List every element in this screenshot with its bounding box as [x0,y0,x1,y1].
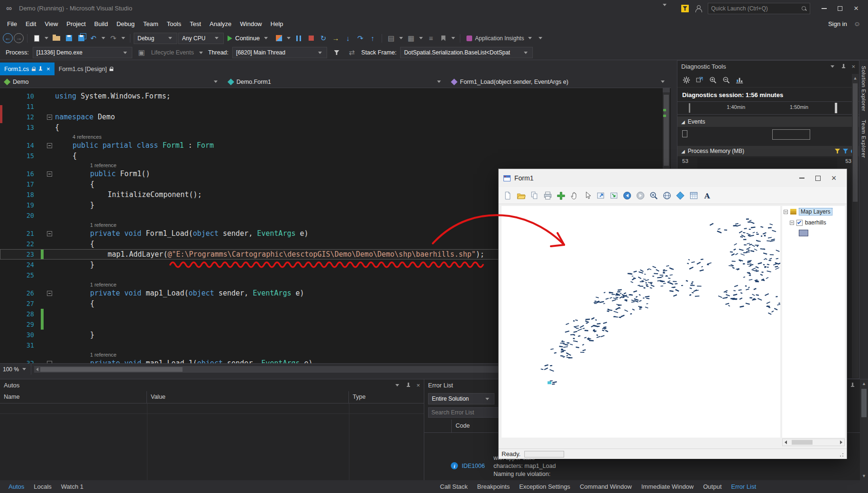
menu-view[interactable]: View [40,18,62,29]
sidebar-tab-team-explorer[interactable]: Team Explorer [861,120,867,158]
navigate-back-icon[interactable]: ← [3,33,13,43]
fold-toggle-icon[interactable] [47,171,52,177]
watch-row[interactable] [0,403,424,414]
menu-edit[interactable]: Edit [21,18,40,29]
thread-combo[interactable]: [6820] Main Thread [232,47,327,58]
save-icon[interactable] [63,33,74,44]
label-button[interactable]: A [700,189,713,202]
step-out-icon[interactable]: ↑ [367,33,378,44]
menu-debug[interactable]: Debug [112,18,139,29]
code-line[interactable]: 11 [0,101,671,112]
scroll-up-icon[interactable]: ▲ [852,74,859,82]
breadcrumb-class[interactable]: Demo.Form1 [224,76,448,88]
error-list-scrollbar[interactable]: ▲ ▼ [860,379,868,480]
notifications-flag-icon[interactable] [681,5,689,12]
feedback-person-icon[interactable] [694,5,702,12]
form-title-bar[interactable]: Form1 × [499,169,847,187]
show-next-statement-icon[interactable]: → [330,33,341,44]
column-header-value[interactable]: Value [147,391,349,403]
print-button[interactable] [541,189,554,202]
column-header-name[interactable]: Name [0,391,147,403]
solution-configuration-combo[interactable]: Debug [134,33,177,44]
menu-window[interactable]: Window [236,18,266,29]
window-layout-icon[interactable]: ▦ [405,33,417,44]
new-file-button[interactable] [501,189,514,202]
solution-platform-combo[interactable]: Any CPU [178,33,224,44]
filter-funnel-icon[interactable] [331,47,342,58]
pan-button[interactable] [567,189,580,202]
code-line[interactable]: 12namespace Demo [0,112,671,122]
tab-form1-cs[interactable]: Form1.cs× [0,63,55,75]
tool-tab-command-window[interactable]: Command Window [575,481,637,492]
feedback-smiley-icon[interactable]: ☺ [854,20,860,27]
resize-grip-icon[interactable] [838,451,844,457]
code-line[interactable]: 15{ [0,151,671,161]
next-extent-button[interactable] [634,189,647,202]
legend-horizontal-scrollbar[interactable] [782,439,845,446]
scroll-left-icon[interactable] [785,440,787,444]
layer-checkbox[interactable] [796,220,803,226]
pin-icon[interactable] [841,64,846,69]
settings-gear-icon[interactable] [682,76,691,84]
zoom-in-button[interactable] [647,189,660,202]
layer-symbol-swatch[interactable] [799,230,808,236]
events-section-header[interactable]: ◢ Events [677,117,859,127]
pin-icon[interactable] [406,383,411,388]
map-canvas[interactable] [502,206,780,438]
stack-frame-combo[interactable]: DotSpatial.Serialization.BaseList<DotSpa… [400,47,533,58]
add-layer-button[interactable] [554,189,567,202]
menu-analyze[interactable]: Analyze [205,18,236,29]
blue-filter-icon[interactable] [843,149,848,153]
new-file-icon[interactable] [31,33,42,44]
tool-tab-locals[interactable]: Locals [29,481,56,492]
reset-view-icon[interactable] [735,76,744,84]
breadcrumb-method[interactable]: Form1_Load(object sender, EventArgs e) [447,76,671,88]
menu-file[interactable]: File [3,18,21,29]
stop-debugging-icon[interactable] [305,33,317,44]
swap-threads-icon[interactable]: ⇄ [346,47,357,58]
error-entry-row[interactable]: i IDE1006 [424,462,485,469]
tool-tab-breakpoints[interactable]: Breakpoints [473,481,515,492]
severity-column-header[interactable] [424,420,452,432]
error-scope-filter-combo[interactable]: Entire Solution [428,393,494,404]
navigate-forward-icon[interactable]: → [14,33,24,43]
legend-layer-item[interactable]: baerhills [805,219,826,226]
tab-form1-cs-design-[interactable]: Form1.cs [Design] [55,63,118,75]
fold-toggle-icon[interactable] [47,231,52,236]
codelens-references[interactable]: 1 reference [90,352,117,358]
tool-tab-exception-settings[interactable]: Exception Settings [514,481,575,492]
lifecycle-events-label[interactable]: Lifecycle Events [151,49,194,56]
breadcrumb-project[interactable]: Demo [0,76,224,88]
process-memory-section-header[interactable]: ◢ Process Memory (MB) [677,146,859,156]
open-file-icon[interactable] [51,33,62,44]
global-extent-button[interactable] [660,189,673,202]
continue-button[interactable]: Continue [225,33,272,44]
form-close-button[interactable]: × [826,171,842,185]
tree-collapse-icon[interactable] [790,221,794,225]
tab-close-icon[interactable]: × [46,65,50,72]
pin-icon[interactable] [850,383,855,388]
tab-overflow-icon[interactable] [663,4,667,6]
tool-tab-output[interactable]: Output [698,481,726,492]
scroll-right-icon[interactable] [840,440,842,444]
form-minimize-button[interactable] [794,171,810,185]
scroll-up-icon[interactable]: ▲ [862,379,866,388]
sign-in-button[interactable]: Sign in [828,20,847,27]
pin-icon[interactable] [38,66,43,72]
identify-button[interactable] [674,189,686,202]
undo-icon[interactable]: ↶ [88,33,99,44]
tool-tab-autos[interactable]: Autos [4,481,29,492]
zoom-out-box-button[interactable] [607,189,620,202]
create-detailed-report-icon[interactable] [695,76,704,84]
tree-collapse-icon[interactable] [784,210,788,214]
window-position-icon[interactable] [395,384,399,386]
error-code-link[interactable]: IDE1006 [462,463,485,469]
codelens-references[interactable]: 4 references [73,134,101,140]
hot-reload-icon[interactable] [273,33,284,44]
step-over-icon[interactable]: ↷ [355,33,366,44]
indent-icon[interactable]: ≡ [425,33,437,44]
yellow-filter-icon[interactable] [835,149,840,153]
sidebar-tab-solution-explorer[interactable]: Solution Explorer [861,66,867,111]
close-icon[interactable]: × [416,382,420,388]
menu-test[interactable]: Test [185,18,205,29]
